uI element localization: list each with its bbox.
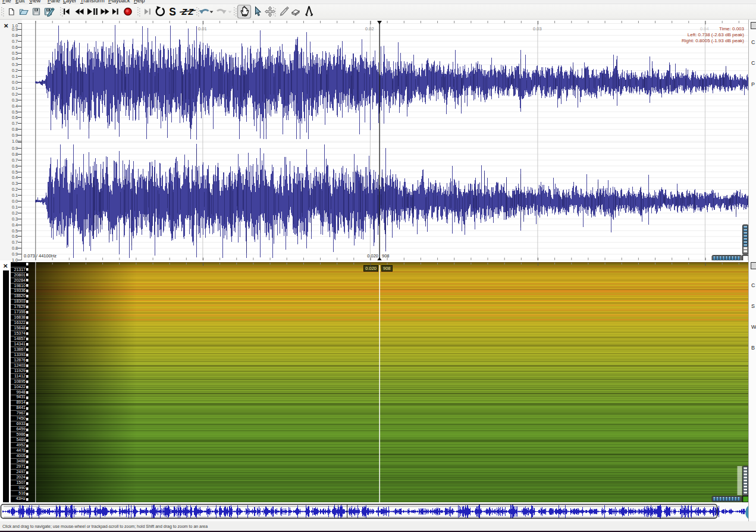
svg-text:S: S [169,6,176,18]
svg-text:Z: Z [188,7,195,17]
